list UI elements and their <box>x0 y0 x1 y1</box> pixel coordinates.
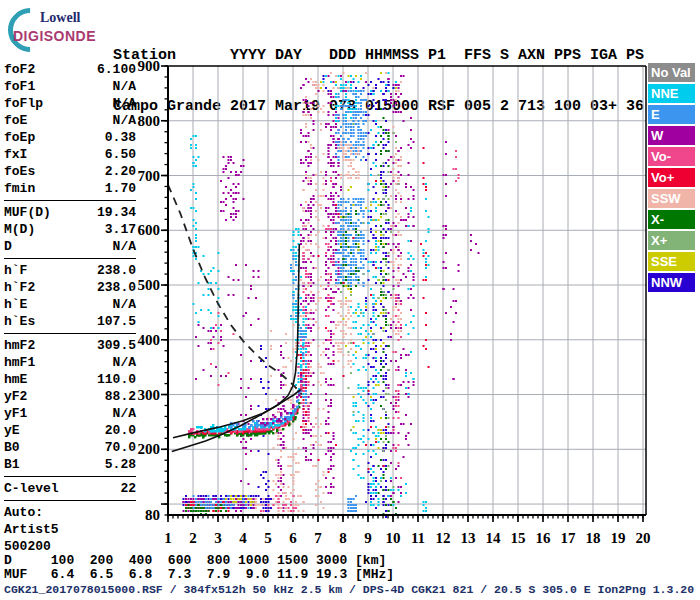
svg-text:15: 15 <box>511 530 526 546</box>
svg-text:8: 8 <box>339 530 347 546</box>
svg-text:16: 16 <box>536 530 552 546</box>
svg-text:18: 18 <box>586 530 601 546</box>
legend-item-w: W <box>648 126 695 145</box>
svg-text:400: 400 <box>138 332 161 348</box>
svg-text:7: 7 <box>314 530 322 546</box>
svg-text:500: 500 <box>138 277 161 293</box>
y-axis-labels: 90080070060050040030020080 <box>138 58 161 523</box>
file-info-line: CGK21_2017078015000.RSF / 384fx512h 50 k… <box>4 583 694 596</box>
svg-text:1: 1 <box>164 530 172 546</box>
svg-text:200: 200 <box>138 441 161 457</box>
svg-text:20: 20 <box>636 530 651 546</box>
svg-text:13: 13 <box>461 530 476 546</box>
legend-item-ssw: SSW <box>648 189 695 208</box>
muf-dashed-curve <box>168 185 302 395</box>
legend-item-no-val: No Val <box>648 63 695 82</box>
svg-text:80: 80 <box>145 507 160 523</box>
svg-text:300: 300 <box>138 387 161 403</box>
svg-text:600: 600 <box>138 222 161 238</box>
svg-text:17: 17 <box>561 530 577 546</box>
muf-distance-row: D 100 200 400 600 800 1000 1500 3000 [km… <box>4 553 386 568</box>
svg-text:12: 12 <box>436 530 451 546</box>
direction-color-legend: No ValNNEEWVo-Vo+SSWX-X+SSENNW <box>648 63 696 294</box>
legend-item-x-: X- <box>648 210 695 229</box>
svg-text:3: 3 <box>214 530 222 546</box>
svg-text:5: 5 <box>264 530 272 546</box>
svg-text:9: 9 <box>364 530 372 546</box>
ionogram-screen: Lowell DIGISONDE Station YYYY DAY DDD HH… <box>0 0 700 600</box>
plot-frame <box>168 66 646 515</box>
legend-item-nne: NNE <box>648 84 695 103</box>
legend-item-nnw: NNW <box>648 273 695 292</box>
svg-text:11: 11 <box>411 530 425 546</box>
svg-text:14: 14 <box>486 530 502 546</box>
legend-item-sse: SSE <box>648 252 695 271</box>
y-axis-ticks <box>161 66 168 515</box>
svg-text:700: 700 <box>138 168 161 184</box>
legend-item-x+: X+ <box>648 231 695 250</box>
muf-frequency-row: MUF 6.4 6.5 6.8 7.3 7.9 9.0 11.9 19.3 [M… <box>4 567 394 582</box>
svg-text:6: 6 <box>289 530 297 546</box>
svg-text:2: 2 <box>189 530 197 546</box>
x-axis-ticks <box>168 515 643 522</box>
svg-text:19: 19 <box>611 530 626 546</box>
svg-text:900: 900 <box>138 58 161 74</box>
ionogram-plot: 9008007006005004003002008012345678910111… <box>0 0 700 600</box>
legend-item-vo-: Vo- <box>648 147 695 166</box>
svg-text:4: 4 <box>239 530 247 546</box>
legend-item-vo+: Vo+ <box>648 168 695 187</box>
legend-item-e: E <box>648 105 695 124</box>
echo-points-layer <box>183 72 480 518</box>
x-axis-labels: 1234567891011121314151617181920 <box>164 530 650 546</box>
grid-layer <box>168 66 646 515</box>
svg-text:800: 800 <box>138 113 161 129</box>
svg-text:10: 10 <box>386 530 401 546</box>
